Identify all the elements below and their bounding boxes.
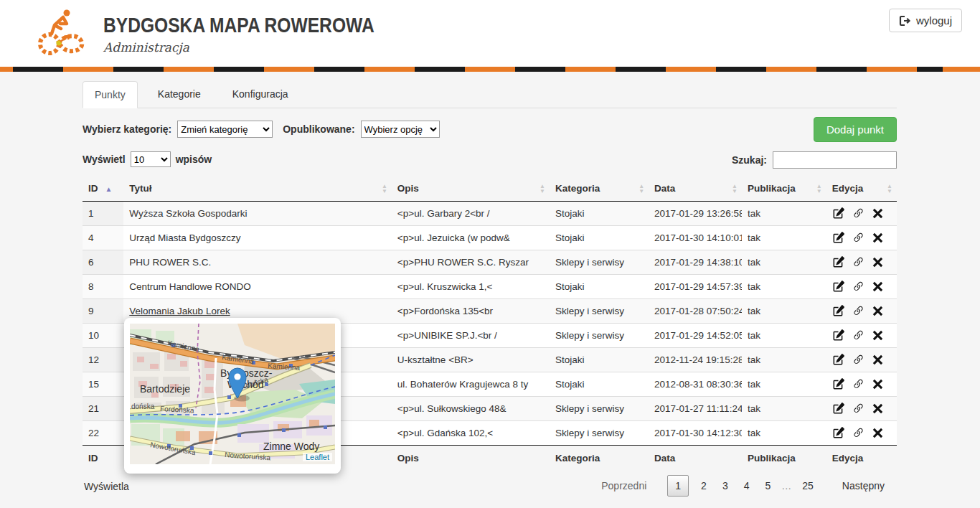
edit-icon[interactable] (832, 378, 844, 390)
cell-publikacja: tak (742, 420, 826, 445)
cell-publikacja: tak (742, 274, 826, 298)
cell-title: Wyższa Szkoła Gospodarki (123, 201, 392, 225)
tab-konfiguracja[interactable]: Konfiguracja (221, 81, 300, 108)
delete-icon[interactable] (872, 428, 883, 438)
pagination-page-4[interactable]: 4 (736, 476, 758, 496)
cell-opis: <p>ul. Gdańska 102,< (392, 420, 550, 445)
footer-id: ID (83, 445, 123, 471)
edit-icon[interactable] (832, 329, 844, 342)
column-header-data[interactable]: Data ▲▼ (649, 177, 742, 201)
page-length-select[interactable]: 10 (131, 151, 171, 167)
edit-icon[interactable] (832, 232, 844, 244)
link-icon[interactable] (852, 329, 864, 342)
column-header-opis[interactable]: Opis ▲▼ (392, 177, 550, 201)
column-header-tytul[interactable]: Tytuł ▲▼ (123, 177, 392, 201)
pagination-page-2[interactable]: 2 (693, 476, 715, 496)
edit-icon[interactable] (832, 207, 844, 220)
cell-actions (826, 274, 897, 298)
delete-icon[interactable] (872, 306, 883, 316)
site-header: BYDGOSKA MAPA ROWEROWA Administracja wyl… (0, 0, 980, 67)
cell-kategoria: Sklepy i serwisy (550, 323, 649, 347)
link-icon[interactable] (852, 281, 864, 293)
point-title[interactable]: PHU ROWER S.C. (129, 257, 211, 268)
column-header-edycja[interactable]: Edycja ▲▼ (826, 177, 897, 201)
cell-actions (826, 298, 897, 323)
delete-icon[interactable] (872, 330, 883, 341)
search-input[interactable] (773, 151, 897, 169)
link-icon[interactable] (852, 354, 864, 366)
link-icon[interactable] (852, 305, 864, 317)
cell-id: 8 (83, 274, 123, 298)
published-filter-select[interactable]: Wybierz opcję (361, 121, 440, 138)
footer-publikacja: Publikacja (742, 445, 826, 471)
cell-id: 22 (83, 420, 123, 445)
place-label-bartodzieje: Bartodzieje (140, 383, 190, 395)
category-filter-label: Wybierz kategorię: (83, 123, 171, 135)
delete-icon[interactable] (872, 232, 883, 243)
edit-icon[interactable] (832, 256, 844, 268)
cell-publikacja: tak (742, 323, 826, 347)
cell-id: 12 (83, 347, 123, 372)
cell-kategoria: Stojaki (550, 274, 649, 298)
tab-bar: Punkty Kategorie Konfiguracja (83, 81, 897, 108)
cell-id: 4 (83, 225, 123, 250)
logout-button[interactable]: wyloguj (889, 9, 962, 32)
cell-opis: <p>ul. Kruszwicka 1,< (392, 274, 550, 298)
link-icon[interactable] (852, 232, 864, 244)
tab-punkty[interactable]: Punkty (83, 81, 138, 108)
tab-kategorie[interactable]: Kategorie (146, 81, 212, 108)
pagination-page-5[interactable]: 5 (757, 476, 778, 496)
cell-actions (826, 372, 897, 396)
pagination-page-3[interactable]: 3 (715, 476, 736, 496)
edit-icon[interactable] (832, 427, 844, 439)
delete-icon[interactable] (872, 281, 883, 292)
leaflet-attribution-link[interactable]: Leaflet (303, 453, 332, 461)
delete-icon[interactable] (872, 257, 883, 268)
delete-icon[interactable] (872, 403, 883, 414)
point-title[interactable]: Centrum Handlowe RONDO (129, 281, 251, 292)
add-point-button[interactable]: Dodaj punkt (814, 117, 897, 142)
search-label: Szukaj: (732, 154, 767, 166)
cell-data: 2017-01-29 13:26:58 (649, 201, 742, 225)
edit-icon[interactable] (832, 281, 844, 293)
delete-icon[interactable] (872, 354, 883, 365)
cell-id: 10 (83, 323, 123, 347)
pagination-previous[interactable]: Poprzedni (593, 476, 654, 496)
cell-id: 21 (83, 396, 123, 420)
link-icon[interactable] (852, 378, 864, 390)
filter-row: Wybierz kategorię: Zmień kategorię Opubl… (83, 117, 897, 141)
cell-kategoria: Sklepy i serwisy (550, 298, 649, 323)
pagination-page-1[interactable]: 1 (667, 475, 689, 497)
delete-icon[interactable] (872, 379, 883, 390)
cell-data: 2017-01-29 14:57:39 (649, 274, 742, 298)
cell-data: 2017-01-27 11:11:24 (649, 396, 742, 420)
table-header-row: ID▲ Tytuł ▲▼ Opis ▲▼ Kategoria ▲▼ Data ▲… (83, 177, 897, 201)
street-label-fordonska-cut: dońska (131, 403, 155, 410)
column-header-kategoria[interactable]: Kategoria ▲▼ (550, 177, 649, 201)
point-title[interactable]: Urząd Miasta Bydgoszczy (129, 232, 240, 243)
cell-title: PHU ROWER S.C. (123, 250, 392, 274)
column-header-id[interactable]: ID▲ (83, 177, 123, 201)
link-icon[interactable] (852, 256, 864, 268)
link-icon[interactable] (852, 427, 864, 439)
cell-title: Centrum Handlowe RONDO (123, 274, 392, 298)
cell-data: 2017-01-29 14:38:10 (649, 250, 742, 274)
pagination-next[interactable]: Następny (834, 476, 892, 496)
cell-opis: <p>ul. Sułkowskiego 48& (392, 396, 550, 420)
category-filter-select[interactable]: Zmień kategorię (177, 121, 273, 138)
cell-data: 2017-01-30 14:12:30 (649, 420, 742, 445)
link-icon[interactable] (852, 207, 864, 220)
column-header-publikacja[interactable]: Publikacja ▲▼ (742, 177, 826, 201)
cell-kategoria: Stojaki (550, 225, 649, 250)
point-title-link[interactable]: Velomania Jakub Lorek (129, 306, 230, 316)
sort-both-icon: ▲▼ (732, 184, 738, 194)
edit-icon[interactable] (832, 403, 844, 415)
edit-icon[interactable] (832, 305, 844, 317)
table-row: 4Urząd Miasta Bydgoszczy<p>ul. Jezuicka … (83, 225, 897, 250)
link-icon[interactable] (852, 403, 864, 415)
pagination-page-25[interactable]: 25 (794, 476, 821, 496)
delete-icon[interactable] (872, 208, 883, 219)
point-title[interactable]: Wyższa Szkoła Gospodarki (129, 208, 247, 219)
sort-asc-icon: ▲ (105, 185, 113, 193)
edit-icon[interactable] (832, 354, 844, 366)
